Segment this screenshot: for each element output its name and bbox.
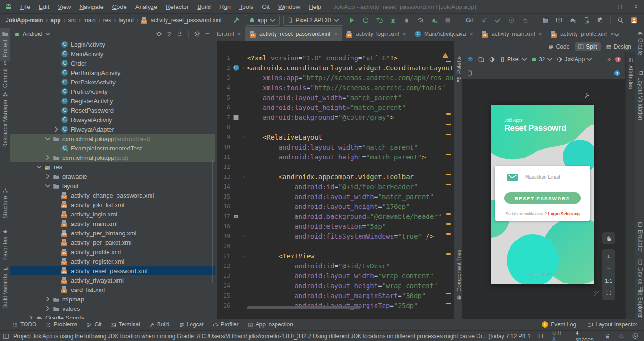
warning-stripe-mark[interactable] — [446, 233, 451, 235]
warning-stripe-mark[interactable] — [446, 113, 451, 115]
tree-item-ResetPassword[interactable]: CResetPassword — [10, 106, 215, 115]
login-link[interactable]: Login Sekarang — [548, 211, 580, 216]
sdk-manager-button[interactable] — [595, 15, 605, 25]
mode-design-button[interactable]: Design — [602, 42, 635, 51]
indent-setting[interactable]: 4 spaces — [576, 330, 597, 341]
design-canvas[interactable]: Joki Apps Reset Passowrd Masukkan Email … — [462, 79, 625, 319]
tree-item-activity_login.xml[interactable]: <>activity_login.xml — [10, 209, 215, 219]
preview-theme-selector[interactable]: JokiApp — [557, 56, 592, 63]
git-commit-button[interactable] — [493, 15, 503, 25]
event-log-button[interactable]: 1Event Log — [542, 321, 576, 328]
breadcrumb-item[interactable]: src — [68, 17, 76, 24]
color-preview-icon[interactable] — [233, 115, 239, 120]
editor-tab-MainActivity.java[interactable]: CMainActivity.java× — [410, 27, 477, 41]
tree-item-card_list.xml[interactable]: <>card_list.xml — [10, 285, 215, 294]
lock-icon[interactable] — [605, 333, 611, 340]
tree-item-activity_register.xml[interactable]: <>activity_register.xml — [10, 257, 215, 266]
drawable-preview-icon[interactable] — [233, 213, 239, 220]
tree-item-layout[interactable]: layout — [10, 181, 215, 191]
warning-stripe-mark[interactable] — [446, 303, 451, 304]
profile-low-overhead-button[interactable] — [401, 15, 412, 25]
hide-panel-button[interactable] — [204, 31, 211, 38]
tree-item-activity_change_password.xml[interactable]: <>activity_change_password.xml — [10, 191, 215, 200]
device-frame-toggle-icon[interactable] — [467, 70, 473, 76]
collapse-all-button[interactable] — [176, 31, 183, 38]
stop-button[interactable] — [443, 15, 453, 25]
menu-tools[interactable]: Tools — [235, 3, 258, 10]
zoom-fit-button[interactable] — [602, 287, 615, 299]
tree-item-RiwayatActivity[interactable]: CRiwayatActivity — [10, 115, 215, 125]
bottom-tab-app-inspection[interactable]: App Inspection — [248, 321, 293, 328]
editor-hscrollbar[interactable] — [247, 306, 360, 309]
bottom-tab-git[interactable]: Git — [86, 321, 101, 328]
tree-item-ProfileActivity[interactable]: CProfileActivity — [10, 87, 215, 96]
tree-item-com.ichmal.jokiapp[interactable]: com.ichmal.jokiapp (test) — [10, 153, 215, 162]
pan-hand-button[interactable] — [602, 232, 615, 244]
bottom-tab-todo[interactable]: TODO — [12, 321, 36, 328]
tree-item-com.ichmal.jokiapp[interactable]: com.ichmal.jokiapp (androidTest) — [10, 134, 215, 143]
project-structure-button[interactable] — [540, 15, 551, 25]
close-tab-icon[interactable]: × — [402, 31, 406, 38]
tree-toggle-icon[interactable] — [43, 136, 52, 141]
status-message[interactable]: Project JokiApp is using the following J… — [13, 333, 523, 340]
tool-windows-toggle-icon[interactable] — [3, 333, 9, 340]
email-input[interactable]: Masukkan Email — [525, 175, 560, 180]
tree-item-activity_main.xml[interactable]: <>activity_main.xml — [10, 219, 215, 228]
warning-stripe-mark[interactable] — [446, 134, 451, 135]
build-hammer-button[interactable] — [231, 15, 242, 25]
tool-window-gradle[interactable]: Gradle — [635, 29, 644, 55]
tree-item-RiwayatAdapter[interactable]: CRiwayatAdapter — [10, 125, 215, 134]
editor-tab-register.xml[interactable]: <>register.xml× — [217, 27, 245, 41]
menu-git[interactable]: Git — [258, 3, 274, 10]
project-view-selector[interactable]: Android — [23, 31, 42, 37]
breadcrumb-item[interactable]: app — [50, 17, 60, 24]
tree-item-drawable[interactable]: drawable — [10, 172, 215, 181]
resize-handle[interactable] — [594, 291, 601, 297]
fold-marker-icon[interactable]: ˄ — [241, 234, 247, 239]
profile-avatar-icon[interactable] — [629, 15, 639, 25]
zoom-in-button[interactable]: + — [602, 250, 615, 262]
mode-code-button[interactable]: Code — [545, 42, 573, 51]
frown-feedback-icon[interactable]: ☹ — [632, 333, 638, 340]
zoom-out-button[interactable]: − — [602, 263, 615, 274]
help-button[interactable]: ? — [614, 69, 620, 76]
expand-all-button[interactable] — [166, 31, 173, 38]
warning-stripe-mark[interactable] — [446, 124, 451, 125]
tree-item-activity_profile.xml[interactable]: <>activity_profile.xml — [10, 247, 215, 257]
breadcrumb-item[interactable]: res — [103, 17, 111, 24]
caret-position[interactable]: 1:1 — [523, 333, 531, 340]
design-surface-button[interactable] — [467, 56, 474, 63]
tree-item-activity_per_paket.xml[interactable]: <>activity_per_paket.xml — [10, 238, 215, 247]
tool-window-layout-validation[interactable]: Layout Validation — [635, 68, 644, 120]
fold-marker-icon[interactable]: ˅ — [241, 66, 247, 70]
bottom-tab-logcat[interactable]: Logcat — [179, 321, 204, 328]
tool-window-device-file-explorer[interactable]: Device File Explorer — [635, 258, 644, 318]
window-maximize-button[interactable]: ▢ — [612, 3, 628, 10]
menu-edit[interactable]: Edit — [34, 3, 53, 10]
tree-toggle-icon[interactable] — [52, 126, 60, 132]
tree-item-PerPaketActivity[interactable]: CPerPaketActivity — [10, 77, 215, 87]
hidden-tabs-chevron[interactable] — [614, 31, 619, 38]
tool-window-build-variants[interactable]: Build Variants — [0, 265, 10, 308]
git-update-button[interactable] — [479, 15, 489, 25]
mode-split-button[interactable]: Split — [575, 42, 600, 51]
fold-marker-icon[interactable]: ˅ — [241, 254, 247, 258]
bottom-tab-problems[interactable]: Problems — [45, 321, 77, 328]
editor-tab-activity_main.xml[interactable]: <>activity_main.xml× — [477, 27, 546, 41]
tree-item-activity_riwayat.xml[interactable]: <>activity_riwayat.xml — [10, 275, 215, 285]
breadcrumb-item[interactable]: JokiApp-main — [6, 17, 43, 24]
class-gutter-icon[interactable]: C — [233, 65, 239, 71]
tool-window-emulator[interactable]: Emulator — [635, 221, 644, 252]
tree-toggle-icon[interactable] — [26, 315, 35, 319]
editor-tab-activity_reset_password.xml[interactable]: <>activity_reset_password.xml× — [245, 27, 342, 41]
breadcrumb-item[interactable]: main — [84, 17, 96, 24]
warning-stripe-mark[interactable] — [446, 61, 451, 62]
device-manager-button[interactable] — [581, 15, 592, 25]
menu-help[interactable]: Help — [304, 3, 326, 10]
editor-tab-activity_profile.xml[interactable]: <>activity_profile.xml× — [546, 27, 618, 41]
close-tab-icon[interactable]: × — [469, 31, 473, 38]
close-tab-icon[interactable]: × — [237, 31, 241, 38]
smile-feedback-icon[interactable]: ☺ — [618, 333, 624, 340]
tree-item-activity_joki_list.xml[interactable]: <>activity_joki_list.xml — [10, 200, 215, 209]
tool-window-project[interactable]: Project — [0, 28, 10, 61]
